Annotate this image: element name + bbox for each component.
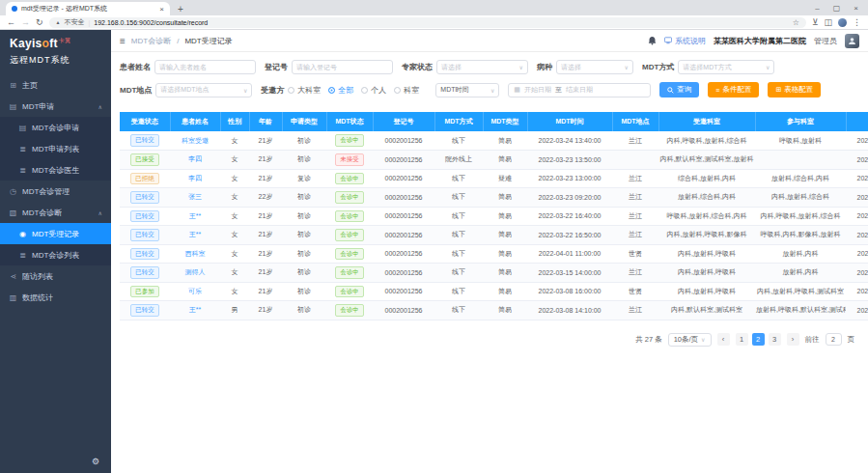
cell-invite_status: 已拒绝 xyxy=(120,169,170,188)
radio-dept[interactable]: 科室 xyxy=(394,85,419,96)
close-button[interactable]: × xyxy=(854,4,858,13)
sidebar-item-mdt-consult-apply[interactable]: ▤MDT会诊申请 xyxy=(0,117,111,138)
expert-status-select[interactable]: 请选择∨ xyxy=(436,60,528,74)
browser-tab[interactable]: mdt受理记录 - 远程MDT系统 × xyxy=(6,2,170,15)
patient-link[interactable]: 测得人 xyxy=(185,268,206,275)
forward-icon[interactable]: → xyxy=(21,18,30,27)
patient-link[interactable]: 王** xyxy=(189,306,201,313)
mdt-time-select[interactable]: MDT时间∨ xyxy=(435,83,499,97)
reg-no-input[interactable] xyxy=(296,64,388,70)
patient-link[interactable]: 王** xyxy=(189,212,201,219)
cell-reg_no: 0002001256 xyxy=(373,301,434,320)
sidebar-item-mdt-record[interactable]: ◉MDT受理记录 xyxy=(0,223,111,244)
radio-dot-icon xyxy=(394,87,401,94)
sidebar-item-home[interactable]: ⊞主页 xyxy=(0,74,111,96)
cell-patient: 王** xyxy=(170,207,220,226)
extensions-icon[interactable]: ◫ xyxy=(824,18,832,27)
table-row[interactable]: 已转交西科室女21岁初诊会诊中0002001256线下简易2022-04-01 … xyxy=(120,244,868,264)
cell-mdt_time: 2022-03-23 09:20:00 xyxy=(527,188,612,208)
patient-link[interactable]: 张三 xyxy=(188,193,202,200)
patient-name-input[interactable] xyxy=(159,64,251,70)
sidebar-item-label: MDT会诊医生 xyxy=(32,165,79,176)
address-bar[interactable]: ▲ 不安全 | 192.168.0.156:9002/consultate/re… xyxy=(49,17,806,28)
patient-link[interactable]: 李四 xyxy=(188,175,202,181)
back-icon[interactable]: ← xyxy=(7,18,15,27)
radio-personal[interactable]: 个人 xyxy=(361,85,386,96)
tab-close-icon[interactable]: × xyxy=(159,5,164,14)
page-button-2[interactable]: 2 xyxy=(752,333,765,346)
status-badge: 已转交 xyxy=(130,304,159,317)
status-badge: 已转交 xyxy=(130,134,159,147)
date-range-picker[interactable]: ▦ 开始日期 至 结束日期 xyxy=(508,83,651,97)
cell-participate_depts xyxy=(755,151,846,170)
browser-profile-avatar[interactable] xyxy=(838,18,847,27)
radio-all[interactable]: 全部 xyxy=(328,85,353,96)
sidebar-item-mdt-consult[interactable]: ▧MDT会诊断∧ xyxy=(0,202,111,223)
form-icon: ▤ xyxy=(18,124,27,132)
cell-age: 21岁 xyxy=(249,169,282,188)
radio-big-dept[interactable]: 大科室 xyxy=(288,85,321,96)
cell-age: 21岁 xyxy=(249,301,282,320)
column-header-mdt_type: MDT类型 xyxy=(483,112,527,131)
mdt-mode-select[interactable]: 请选择MDT方式∨ xyxy=(678,60,774,74)
tab-strip: mdt受理记录 - 远程MDT系统 × + – ▢ × xyxy=(0,0,868,15)
page-button-3[interactable]: 3 xyxy=(769,333,781,346)
sidebar-menu: ⊞主页▤MDT申请∧▤MDT会诊申请≣MDT申请列表≣MDT会诊医生◷MDT会诊… xyxy=(0,74,111,308)
patient-link[interactable]: 李四 xyxy=(188,155,202,162)
chevron-down-icon: ∨ xyxy=(701,336,705,343)
sidebar-item-mdt-consult-manage[interactable]: ◷MDT会诊管理 xyxy=(0,181,111,202)
header-right: 系统说明 某某医科大学附属第二医院 管理员 xyxy=(648,34,859,48)
bookmark-star-icon[interactable]: ☆ xyxy=(793,18,799,27)
sidebar-item-label: MDT受理记录 xyxy=(32,229,79,239)
table-row[interactable]: 已转交王**女21岁初诊会诊中0002001256线下简易2022-03-22 … xyxy=(120,207,868,226)
patient-link[interactable]: 王** xyxy=(189,231,201,237)
cell-mdt_type: 简易 xyxy=(483,207,527,226)
goto-page-input[interactable] xyxy=(826,333,842,346)
downloads-icon[interactable]: ⊻ xyxy=(812,18,819,27)
cell-gender: 女 xyxy=(220,282,249,301)
radio-dot-icon xyxy=(328,87,335,94)
table-row[interactable]: 已拒绝李四女21岁复诊会诊中0002001256线下疑难2022-03-23 1… xyxy=(120,169,868,188)
cell-apply_time: 2022-03-22 15:57:03 xyxy=(846,226,868,245)
next-page-button[interactable]: › xyxy=(787,333,799,346)
maximize-button[interactable]: ▢ xyxy=(833,4,841,13)
page-size-select[interactable]: 10条/页∨ xyxy=(668,333,712,347)
page-button-1[interactable]: 1 xyxy=(736,333,748,346)
disease-select[interactable]: 请选择∨ xyxy=(556,60,633,74)
user-avatar[interactable] xyxy=(845,34,859,48)
table-config-button[interactable]: ⊞表格配置 xyxy=(768,82,821,97)
status-badge: 已拒绝 xyxy=(130,173,159,185)
status-badge: 会诊中 xyxy=(335,286,364,298)
hamburger-icon[interactable]: ≡ xyxy=(120,36,126,46)
sidebar-item-mdt-consult-list[interactable]: ≣MDT会诊列表 xyxy=(0,244,111,265)
cell-invite_status: 已转交 xyxy=(120,264,170,283)
sidebar-item-mdt-apply-list[interactable]: ≣MDT申请列表 xyxy=(0,138,111,159)
sidebar-item-mdt-apply[interactable]: ▤MDT申请∧ xyxy=(0,96,111,117)
table-row[interactable]: 已转交王**女21岁初诊会诊中0002001256线下简易2022-03-22 … xyxy=(120,226,868,245)
condition-config-button[interactable]: ≡条件配置 xyxy=(708,82,759,97)
table-row[interactable]: 已转交王**男21岁初诊会诊中0002001256线下简易2022-03-08 … xyxy=(120,301,868,320)
table-row[interactable]: 已转交测得人女21岁初诊会诊中0002001256线下简易2022-03-15 … xyxy=(120,264,868,283)
table-row[interactable]: 已参加可乐女21岁初诊会诊中0002001256线下简易2022-03-08 1… xyxy=(120,282,868,301)
cell-invite_status: 已接受 xyxy=(120,151,170,170)
patient-link[interactable]: 西科室 xyxy=(185,250,206,257)
patient-link[interactable]: 可乐 xyxy=(188,288,202,294)
sidebar-item-followup-list[interactable]: ⋖随访列表 xyxy=(0,265,111,287)
table-row[interactable]: 已转交科室受邀女21岁初诊会诊中0002001256线下简易2022-03-24… xyxy=(120,131,868,151)
sidebar-item-mdt-consult-doctor[interactable]: ≣MDT会诊医生 xyxy=(0,159,111,181)
menu-dots-icon[interactable]: ⋮ xyxy=(853,18,861,27)
gear-icon[interactable]: ⚙ xyxy=(92,457,99,466)
new-tab-button[interactable]: + xyxy=(178,4,183,14)
mdt-place-select[interactable]: 请选择MDT地点∨ xyxy=(155,83,252,97)
bell-icon[interactable] xyxy=(648,36,657,45)
refresh-icon[interactable]: ↻ xyxy=(36,18,43,27)
table-row[interactable]: 已转交张三女22岁初诊会诊中0002001256线下简易2022-03-23 0… xyxy=(120,188,868,208)
search-button[interactable]: 查询 xyxy=(659,82,699,97)
sidebar-item-statistics[interactable]: ▥数据统计 xyxy=(0,287,111,308)
prev-page-button[interactable]: ‹ xyxy=(717,333,730,346)
patient-link[interactable]: 科室受邀 xyxy=(182,137,209,144)
cell-apply_type: 初诊 xyxy=(282,282,326,301)
minimize-button[interactable]: – xyxy=(815,4,819,13)
system-help-link[interactable]: 系统说明 xyxy=(664,36,706,46)
table-row[interactable]: 已接受李四女21岁初诊未接受0002001256院外线上简易2022-03-23… xyxy=(120,151,868,170)
